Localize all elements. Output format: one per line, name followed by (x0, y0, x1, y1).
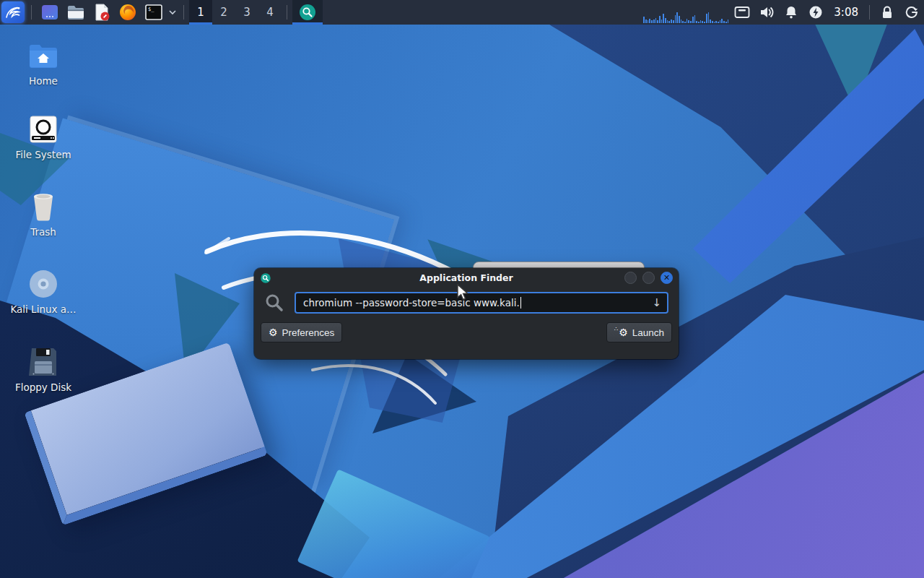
desktop-icon-label: Trash (30, 226, 56, 238)
terminal-icon: $_ (144, 3, 163, 22)
wallpaper-shape (297, 469, 489, 578)
applications-menu-button[interactable] (1, 1, 25, 23)
command-input[interactable]: chromium --password-store=basic www.kali… (295, 292, 668, 314)
application-finder-icon (260, 272, 271, 284)
close-button[interactable]: ✕ (661, 272, 673, 284)
arrow-down-icon[interactable]: ↓ (652, 296, 661, 309)
desktop-icon-trash[interactable]: Trash (6, 191, 81, 238)
desktop-icon-home[interactable]: Home (6, 40, 81, 87)
text-editor-icon (92, 3, 111, 22)
workspace-4[interactable]: 4 (258, 0, 282, 25)
desktop-icon-kali-cd[interactable]: Kali Linux a… (6, 269, 81, 315)
workspace-2[interactable]: 2 (212, 0, 235, 25)
power-manager-tray-button[interactable] (803, 5, 828, 20)
panel-separator (287, 5, 287, 20)
desktop-icon-file-system[interactable]: File System (6, 114, 81, 160)
desktop-icon-floppy-disk[interactable]: Floppy Disk (6, 347, 81, 393)
desktop-icon-label: File System (15, 149, 71, 160)
search-icon (264, 293, 284, 313)
text-caret (520, 297, 522, 309)
command-input-value: chromium --password-store=basic www.kali… (303, 297, 520, 309)
mouse-cursor (456, 284, 471, 301)
folder-icon (66, 3, 85, 22)
workspace-3[interactable]: 3 (235, 0, 258, 25)
launcher-terminal[interactable]: $_ (143, 0, 165, 25)
floppy-disk-icon (29, 347, 58, 377)
preferences-button-label: Preferences (282, 327, 335, 338)
system-tray: 3:08 (730, 0, 924, 25)
launch-button[interactable]: ∴ ⚙ Launch (606, 322, 672, 342)
desktop-icon-label: Home (29, 75, 58, 87)
workspace-label: 4 (266, 6, 274, 19)
launcher-window-app[interactable] (39, 0, 61, 25)
network-icon (734, 6, 750, 19)
lock-screen-button[interactable] (875, 5, 899, 20)
cpu-graph[interactable] (642, 0, 730, 25)
taskbar-application-finder[interactable] (292, 0, 323, 25)
maximize-button[interactable] (642, 272, 655, 284)
lock-icon (881, 5, 894, 20)
application-finder-icon (298, 3, 317, 22)
launcher-file-manager[interactable] (65, 0, 87, 25)
top-panel: $_ 1 2 3 4 (0, 0, 924, 25)
network-tray-button[interactable] (730, 6, 754, 19)
panel-spacer (323, 0, 642, 25)
panel-separator (183, 5, 184, 20)
clock[interactable]: 3:08 (828, 6, 864, 19)
workspace-1[interactable]: 1 (189, 0, 212, 25)
logout-icon (905, 5, 919, 20)
dialog-title: Application Finder (254, 272, 679, 283)
notifications-tray-button[interactable] (779, 5, 803, 20)
preferences-button[interactable]: ⚙ Preferences (261, 322, 342, 342)
desktop-icon-label: Floppy Disk (15, 381, 71, 393)
kali-logo-icon (4, 4, 22, 21)
panel-separator (31, 5, 32, 20)
home-folder-icon (28, 42, 58, 69)
clock-time: 3:08 (834, 6, 858, 19)
launch-button-label: Launch (632, 327, 664, 338)
volume-tray-button[interactable] (754, 5, 779, 20)
launch-dots-icon: ∴ (614, 326, 617, 332)
workspace-label: 3 (243, 6, 250, 19)
power-bolt-icon (808, 5, 823, 20)
hard-drive-icon (29, 115, 58, 144)
bell-icon (784, 5, 798, 20)
chevron-down-icon (168, 9, 177, 15)
launch-gear-icon: ⚙ (619, 327, 628, 337)
launcher-firefox[interactable] (117, 0, 139, 25)
svg-text:$_: $_ (148, 7, 154, 12)
window-controls: ✕ (624, 272, 673, 284)
optical-disc-icon (28, 269, 58, 299)
window-app-icon (40, 3, 59, 22)
dialog-buttons-row: ⚙ Preferences ∴ ⚙ Launch (254, 314, 679, 342)
gear-icon: ⚙ (269, 327, 278, 337)
trash-icon (29, 191, 58, 222)
launcher-text-editor[interactable] (91, 0, 113, 25)
terminal-dropdown-chevron[interactable] (167, 0, 178, 25)
application-finder-dialog: Application Finder ✕ chromium --password… (254, 268, 679, 359)
close-icon: ✕ (663, 274, 670, 282)
minimize-button[interactable] (624, 272, 637, 284)
desktop-icon-label: Kali Linux a… (10, 303, 76, 315)
workspace-label: 2 (220, 6, 227, 19)
logout-button[interactable] (899, 5, 924, 20)
workspace-label: 1 (197, 6, 204, 19)
panel-separator (869, 5, 870, 20)
firefox-icon (118, 3, 137, 22)
speaker-icon (759, 5, 775, 20)
